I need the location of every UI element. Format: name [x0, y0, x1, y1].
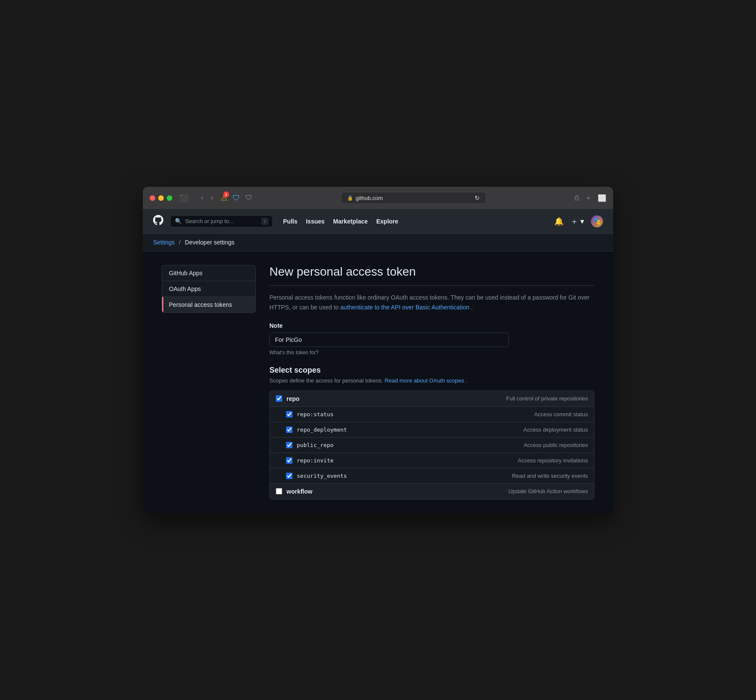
notifications-button[interactable]: 🔔: [554, 217, 564, 226]
browser-window: ⬛ ‹ › ⚠ 1 🛡 🛡 🔒 github.com ↻ ⎙ ＋ ⬜: [143, 187, 613, 513]
breadcrumb-current: Developer settings: [185, 239, 234, 246]
description-link[interactable]: authenticate to the API over Basic Authe…: [340, 304, 470, 311]
search-kbd: /: [262, 218, 268, 225]
scope-name-repo-status: repo:status: [297, 411, 374, 418]
scope-name-repo-deployment: repo_deployment: [297, 426, 374, 433]
avatar[interactable]: 🎭: [591, 215, 603, 227]
url-bar[interactable]: 🔒 github.com ↻: [341, 192, 486, 204]
scope-checkbox-public-repo[interactable]: [286, 442, 292, 448]
scopes-section: Select scopes Scopes define the access f…: [269, 366, 594, 500]
note-section: Note What's this token for?: [269, 322, 594, 356]
alert-icon[interactable]: ⚠ 1: [221, 193, 227, 203]
url-text: github.com: [356, 195, 383, 201]
scope-desc-repo: Full control of private repositories: [363, 395, 588, 402]
scope-row-security-events: security_events Read and write security …: [270, 468, 594, 484]
note-label: Note: [269, 322, 594, 329]
sidebar: GitHub Apps OAuth Apps Personal access t…: [162, 265, 256, 500]
scope-row-repo: repo Full control of private repositorie…: [270, 391, 594, 407]
main-nav: Pulls Issues Marketplace Explore: [283, 218, 398, 225]
breadcrumb-settings[interactable]: Settings: [153, 239, 175, 246]
scope-checkbox-repo-deployment[interactable]: [286, 426, 292, 433]
nav-explore[interactable]: Explore: [376, 218, 398, 225]
scopes-description: Scopes define the access for personal to…: [269, 377, 594, 384]
scope-row-repo-status: repo:status Access commit status: [270, 407, 594, 422]
scope-desc-repo-deployment: Access deployment status: [374, 426, 588, 433]
github-header: 🔍 Search or jump to... / Pulls Issues Ma…: [143, 209, 613, 234]
traffic-lights: [150, 195, 172, 201]
share-button[interactable]: ⎙: [575, 194, 579, 202]
nav-issues[interactable]: Issues: [306, 218, 325, 225]
scope-checkbox-security-events[interactable]: [286, 473, 292, 479]
scope-checkbox-workflow[interactable]: [276, 488, 282, 494]
alert-badge-count: 1: [223, 191, 229, 197]
search-placeholder: Search or jump to...: [185, 218, 258, 224]
scope-name-security-events: security_events: [297, 473, 374, 479]
description: Personal access tokens function like ord…: [269, 293, 594, 312]
browser-actions: ⎙ ＋ ⬜: [575, 194, 606, 203]
nav-controls: ‹ ›: [199, 193, 216, 203]
scope-name-workflow: workflow: [286, 488, 363, 495]
close-button[interactable]: [150, 195, 155, 201]
sidebar-item-oauth-apps[interactable]: OAuth Apps: [162, 281, 255, 297]
scopes-title: Select scopes: [269, 366, 594, 375]
sidebar-item-personal-access-tokens[interactable]: Personal access tokens: [162, 297, 255, 312]
scope-row-repo-invite: repo:invite Access repository invitation…: [270, 453, 594, 468]
scopes-table: repo Full control of private repositorie…: [269, 391, 594, 500]
nav-marketplace[interactable]: Marketplace: [333, 218, 368, 225]
lock-icon: 🔒: [347, 195, 353, 201]
sidebar-toggle[interactable]: ⬛: [177, 193, 190, 203]
scope-row-repo-deployment: repo_deployment Access deployment status: [270, 422, 594, 438]
back-button[interactable]: ‹: [199, 193, 205, 203]
minimize-button[interactable]: [158, 195, 164, 201]
sidebar-item-github-apps[interactable]: GitHub Apps: [162, 265, 255, 281]
note-input[interactable]: [269, 332, 509, 347]
new-tab-button[interactable]: ＋: [585, 194, 592, 203]
description-end: .: [471, 304, 473, 311]
privacy-icon: 🛡: [245, 194, 252, 202]
refresh-button[interactable]: ↻: [475, 194, 480, 201]
scope-name-public-repo: public_repo: [297, 442, 374, 448]
breadcrumb-separator: /: [179, 239, 180, 246]
breadcrumb: Settings / Developer settings: [143, 234, 613, 251]
nav-pulls[interactable]: Pulls: [283, 218, 297, 225]
scope-desc-security-events: Read and write security events: [374, 473, 588, 479]
scopes-link[interactable]: Read more about OAuth scopes: [385, 377, 464, 384]
search-bar[interactable]: 🔍 Search or jump to... /: [170, 215, 273, 227]
github-logo[interactable]: [153, 215, 163, 227]
note-hint: What's this token for?: [269, 350, 594, 356]
scope-desc-public-repo: Access public repositories: [374, 442, 588, 448]
scope-name-repo: repo: [286, 395, 363, 402]
scope-checkbox-repo[interactable]: [276, 395, 282, 402]
browser-chrome: ⬛ ‹ › ⚠ 1 🛡 🛡 🔒 github.com ↻ ⎙ ＋ ⬜: [143, 187, 613, 209]
scope-checkbox-repo-status[interactable]: [286, 411, 292, 418]
scope-desc-repo-invite: Access repository invitations: [374, 457, 588, 464]
page-title: New personal access token: [269, 265, 594, 286]
content-area: Settings / Developer settings GitHub App…: [143, 234, 613, 513]
scope-name-repo-invite: repo:invite: [297, 457, 374, 464]
scope-desc-repo-status: Access commit status: [374, 411, 588, 418]
forward-button[interactable]: ›: [209, 193, 215, 203]
main-layout: GitHub Apps OAuth Apps Personal access t…: [151, 251, 605, 513]
scope-checkbox-repo-invite[interactable]: [286, 457, 292, 464]
scope-row-workflow: workflow Update GitHub Action workflows: [270, 484, 594, 499]
tabs-button[interactable]: ⬜: [598, 194, 606, 202]
shield-icon: 🛡: [233, 194, 240, 203]
scope-row-public-repo: public_repo Access public repositories: [270, 438, 594, 453]
url-bar-container: 🔒 github.com ↻: [257, 192, 570, 204]
search-icon: 🔍: [175, 218, 182, 224]
new-item-button[interactable]: ＋ ▾: [570, 216, 584, 226]
main-content: New personal access token Personal acces…: [269, 265, 594, 500]
scope-desc-workflow: Update GitHub Action workflows: [363, 488, 588, 494]
sidebar-nav: GitHub Apps OAuth Apps Personal access t…: [162, 265, 256, 313]
header-right: 🔔 ＋ ▾ 🎭: [554, 215, 603, 227]
maximize-button[interactable]: [167, 195, 172, 201]
